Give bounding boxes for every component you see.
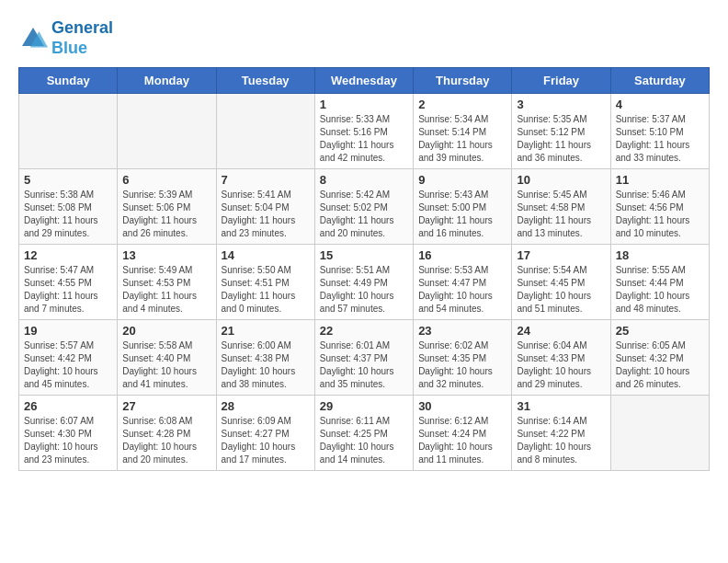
calendar-cell: 14Sunrise: 5:50 AM Sunset: 4:51 PM Dayli… [216,245,314,320]
calendar-cell: 17Sunrise: 5:54 AM Sunset: 4:45 PM Dayli… [512,245,610,320]
day-info: Sunrise: 5:57 AM Sunset: 4:42 PM Dayligh… [24,339,112,391]
day-number: 23 [418,324,506,338]
calendar-cell: 25Sunrise: 6:05 AM Sunset: 4:32 PM Dayli… [610,320,709,396]
day-info: Sunrise: 5:43 AM Sunset: 5:00 PM Dayligh… [418,189,506,240]
day-number: 9 [418,173,506,187]
calendar-cell: 19Sunrise: 5:57 AM Sunset: 4:42 PM Dayli… [19,320,118,396]
logo-icon [18,24,48,53]
day-number: 12 [24,248,112,262]
calendar-cell: 9Sunrise: 5:43 AM Sunset: 5:00 PM Daylig… [414,169,512,245]
day-number: 27 [122,399,210,413]
calendar: SundayMondayTuesdayWednesdayThursdayFrid… [18,67,710,471]
day-info: Sunrise: 6:00 AM Sunset: 4:38 PM Dayligh… [222,339,310,391]
day-number: 3 [517,98,605,111]
day-info: Sunrise: 5:35 AM Sunset: 5:12 PM Dayligh… [517,113,605,165]
day-number: 7 [222,173,310,187]
day-number: 8 [320,173,408,187]
day-info: Sunrise: 5:55 AM Sunset: 4:44 PM Dayligh… [616,264,704,316]
logo-text: General Blue [51,18,113,58]
day-number: 11 [616,173,704,187]
day-info: Sunrise: 5:58 AM Sunset: 4:40 PM Dayligh… [122,339,210,391]
day-number: 24 [517,324,605,338]
day-number: 22 [320,324,408,338]
calendar-cell [118,94,216,169]
day-number: 19 [24,324,112,338]
calendar-cell: 15Sunrise: 5:51 AM Sunset: 4:49 PM Dayli… [314,245,413,320]
week-row-4: 19Sunrise: 5:57 AM Sunset: 4:42 PM Dayli… [19,320,710,396]
day-info: Sunrise: 5:37 AM Sunset: 5:10 PM Dayligh… [616,113,704,165]
calendar-cell: 10Sunrise: 5:45 AM Sunset: 4:58 PM Dayli… [512,169,610,245]
day-info: Sunrise: 5:46 AM Sunset: 4:56 PM Dayligh… [616,189,704,240]
calendar-cell: 6Sunrise: 5:39 AM Sunset: 5:06 PM Daylig… [118,169,216,245]
day-number: 13 [122,248,210,262]
day-info: Sunrise: 5:39 AM Sunset: 5:06 PM Dayligh… [122,189,210,240]
day-info: Sunrise: 6:01 AM Sunset: 4:37 PM Dayligh… [320,339,408,391]
day-info: Sunrise: 5:41 AM Sunset: 5:04 PM Dayligh… [222,189,310,240]
calendar-cell: 22Sunrise: 6:01 AM Sunset: 4:37 PM Dayli… [314,320,413,396]
day-info: Sunrise: 6:02 AM Sunset: 4:35 PM Dayligh… [418,339,506,391]
day-info: Sunrise: 5:49 AM Sunset: 4:53 PM Dayligh… [122,264,210,316]
day-number: 4 [616,98,704,111]
day-info: Sunrise: 5:51 AM Sunset: 4:49 PM Dayligh… [320,264,408,316]
week-row-1: 1Sunrise: 5:33 AM Sunset: 5:16 PM Daylig… [19,94,710,169]
day-number: 17 [517,248,605,262]
day-info: Sunrise: 6:14 AM Sunset: 4:22 PM Dayligh… [517,415,605,466]
calendar-cell: 16Sunrise: 5:53 AM Sunset: 4:47 PM Dayli… [414,245,512,320]
day-info: Sunrise: 6:08 AM Sunset: 4:28 PM Dayligh… [122,415,210,466]
day-number: 31 [517,399,605,413]
calendar-cell: 13Sunrise: 5:49 AM Sunset: 4:53 PM Dayli… [118,245,216,320]
calendar-cell: 27Sunrise: 6:08 AM Sunset: 4:28 PM Dayli… [118,396,216,471]
day-number: 6 [122,173,210,187]
day-info: Sunrise: 5:47 AM Sunset: 4:55 PM Dayligh… [24,264,112,316]
day-number: 20 [122,324,210,338]
day-info: Sunrise: 5:45 AM Sunset: 4:58 PM Dayligh… [517,189,605,240]
day-info: Sunrise: 6:09 AM Sunset: 4:27 PM Dayligh… [222,415,310,466]
calendar-cell: 31Sunrise: 6:14 AM Sunset: 4:22 PM Dayli… [512,396,610,471]
day-info: Sunrise: 5:33 AM Sunset: 5:16 PM Dayligh… [320,113,408,165]
calendar-cell [610,396,709,471]
calendar-cell: 20Sunrise: 5:58 AM Sunset: 4:40 PM Dayli… [118,320,216,396]
calendar-cell: 23Sunrise: 6:02 AM Sunset: 4:35 PM Dayli… [414,320,512,396]
page-header: General Blue [18,18,710,58]
day-number: 29 [320,399,408,413]
day-info: Sunrise: 6:05 AM Sunset: 4:32 PM Dayligh… [616,339,704,391]
day-number: 15 [320,248,408,262]
day-number: 1 [320,98,408,111]
calendar-cell: 4Sunrise: 5:37 AM Sunset: 5:10 PM Daylig… [610,94,709,169]
week-row-5: 26Sunrise: 6:07 AM Sunset: 4:30 PM Dayli… [19,396,710,471]
calendar-cell: 5Sunrise: 5:38 AM Sunset: 5:08 PM Daylig… [19,169,118,245]
day-number: 21 [222,324,310,338]
weekday-header-monday: Monday [118,68,216,94]
calendar-cell: 29Sunrise: 6:11 AM Sunset: 4:25 PM Dayli… [314,396,413,471]
weekday-header-wednesday: Wednesday [314,68,413,94]
week-row-3: 12Sunrise: 5:47 AM Sunset: 4:55 PM Dayli… [19,245,710,320]
weekday-header-row: SundayMondayTuesdayWednesdayThursdayFrid… [19,68,710,94]
calendar-cell: 8Sunrise: 5:42 AM Sunset: 5:02 PM Daylig… [314,169,413,245]
day-info: Sunrise: 5:53 AM Sunset: 4:47 PM Dayligh… [418,264,506,316]
day-number: 5 [24,173,112,187]
calendar-cell [19,94,118,169]
day-info: Sunrise: 6:11 AM Sunset: 4:25 PM Dayligh… [320,415,408,466]
weekday-header-friday: Friday [512,68,610,94]
weekday-header-saturday: Saturday [610,68,709,94]
day-number: 25 [616,324,704,338]
day-number: 18 [616,248,704,262]
day-info: Sunrise: 5:38 AM Sunset: 5:08 PM Dayligh… [24,189,112,240]
day-info: Sunrise: 5:42 AM Sunset: 5:02 PM Dayligh… [320,189,408,240]
day-number: 26 [24,399,112,413]
day-info: Sunrise: 6:04 AM Sunset: 4:33 PM Dayligh… [517,339,605,391]
day-info: Sunrise: 6:12 AM Sunset: 4:24 PM Dayligh… [418,415,506,466]
weekday-header-tuesday: Tuesday [216,68,314,94]
logo: General Blue [18,18,113,58]
calendar-cell: 12Sunrise: 5:47 AM Sunset: 4:55 PM Dayli… [19,245,118,320]
day-info: Sunrise: 5:54 AM Sunset: 4:45 PM Dayligh… [517,264,605,316]
calendar-cell: 11Sunrise: 5:46 AM Sunset: 4:56 PM Dayli… [610,169,709,245]
calendar-cell: 21Sunrise: 6:00 AM Sunset: 4:38 PM Dayli… [216,320,314,396]
calendar-cell: 3Sunrise: 5:35 AM Sunset: 5:12 PM Daylig… [512,94,610,169]
calendar-cell [216,94,314,169]
weekday-header-sunday: Sunday [19,68,118,94]
day-number: 10 [517,173,605,187]
day-number: 28 [222,399,310,413]
calendar-cell: 18Sunrise: 5:55 AM Sunset: 4:44 PM Dayli… [610,245,709,320]
calendar-cell: 1Sunrise: 5:33 AM Sunset: 5:16 PM Daylig… [314,94,413,169]
